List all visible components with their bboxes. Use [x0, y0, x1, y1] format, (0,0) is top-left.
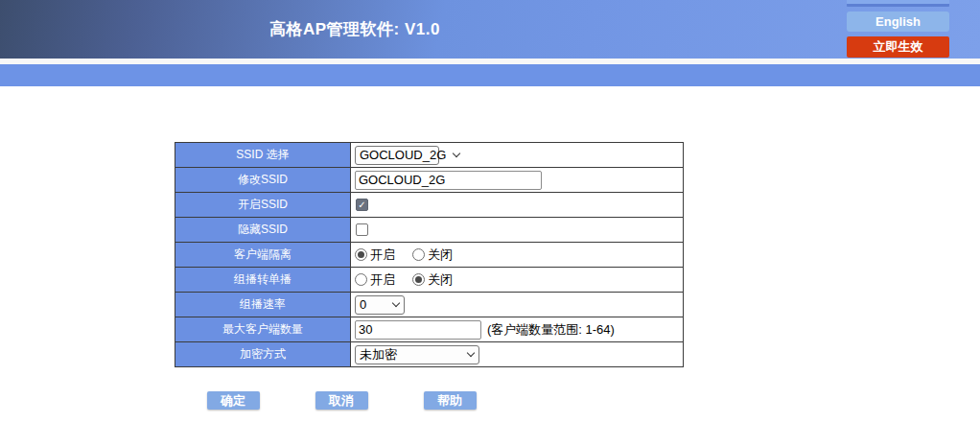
ok-button[interactable]: 确定 — [207, 391, 260, 410]
radio-option-label: 关闭 — [428, 246, 453, 264]
table-row: 组播转单播 开启 关闭 — [175, 268, 684, 293]
table-row: 开启SSID ✓ — [175, 193, 684, 218]
chevron-down-icon — [467, 349, 475, 357]
client-isolation-off-radio[interactable] — [412, 248, 425, 261]
table-row: 修改SSID — [175, 168, 684, 193]
chevron-down-icon — [392, 299, 400, 307]
table-row: 最大客户端数量 (客户端数量范围: 1-64) — [175, 317, 684, 342]
modify-ssid-input[interactable] — [355, 171, 542, 190]
header-button-stack: English 立即生效 — [847, 0, 949, 58]
encryption-value: 未加密 — [360, 346, 397, 364]
secondary-nav-bar — [0, 64, 980, 86]
radio-option-label: 开启 — [370, 246, 395, 264]
multicast-rate-select[interactable]: 0 — [355, 295, 405, 315]
client-isolation-on-radio[interactable] — [355, 248, 367, 261]
partial-nav-button[interactable] — [847, 0, 949, 7]
table-row: 客户端隔离 开启 关闭 — [175, 243, 684, 268]
encryption-select[interactable]: 未加密 — [355, 345, 479, 364]
multicast-rate-value: 0 — [360, 297, 366, 312]
english-language-button[interactable]: English — [847, 12, 949, 32]
help-button[interactable]: 帮助 — [424, 391, 477, 410]
table-row: 隐藏SSID — [175, 218, 684, 243]
checkmark-icon: ✓ — [358, 200, 365, 210]
table-row: SSID 选择 GOCLOUD_2G — [175, 143, 684, 168]
multicast-unicast-on-radio[interactable] — [355, 273, 367, 286]
apply-now-button[interactable]: 立即生效 — [847, 36, 949, 58]
multicast-to-unicast-label: 组播转单播 — [175, 268, 351, 293]
table-row: 加密方式 未加密 — [175, 342, 684, 367]
client-isolation-label: 客户端隔离 — [175, 243, 351, 268]
ssid-select-label: SSID 选择 — [175, 143, 351, 168]
ssid-select-value: GOCLOUD_2G — [360, 148, 446, 162]
radio-option-label: 开启 — [370, 271, 395, 289]
enable-ssid-checkbox[interactable]: ✓ — [356, 199, 368, 211]
app-header: 高格AP管理软件: V1.0 English 立即生效 — [0, 0, 980, 59]
max-clients-input[interactable] — [355, 320, 481, 340]
max-clients-label: 最大客户端数量 — [175, 317, 351, 342]
wireless-settings-table: SSID 选择 GOCLOUD_2G 修改SSID 开启SSID ✓ 隐藏SSI… — [175, 142, 684, 367]
hide-ssid-label: 隐藏SSID — [175, 218, 351, 243]
hide-ssid-checkbox[interactable] — [356, 223, 368, 236]
enable-ssid-label: 开启SSID — [175, 193, 351, 218]
max-clients-range-note: (客户端数量范围: 1-64) — [487, 321, 615, 339]
multicast-rate-label: 组播速率 — [175, 293, 351, 317]
multicast-unicast-off-radio[interactable] — [412, 273, 425, 286]
modify-ssid-label: 修改SSID — [175, 168, 351, 193]
chevron-down-icon — [453, 150, 460, 157]
cancel-button[interactable]: 取消 — [315, 391, 368, 410]
page-title: 高格AP管理软件: V1.0 — [0, 0, 710, 59]
ssid-select[interactable]: GOCLOUD_2G — [355, 146, 439, 165]
encryption-label: 加密方式 — [175, 342, 351, 367]
footer-button-bar: 确定 取消 帮助 — [0, 391, 683, 410]
table-row: 组播速率 0 — [175, 293, 684, 317]
radio-option-label: 关闭 — [428, 271, 453, 289]
